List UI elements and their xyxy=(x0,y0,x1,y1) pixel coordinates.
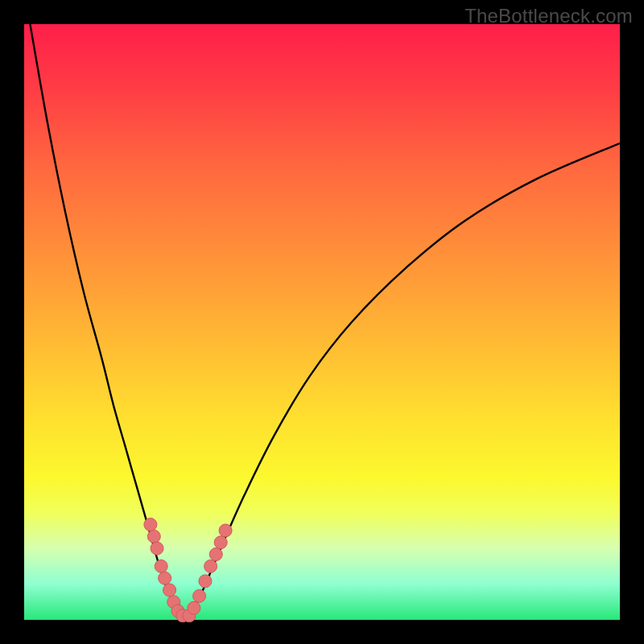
curve-right-branch xyxy=(185,143,620,620)
curve-marker xyxy=(188,601,200,614)
curve-marker xyxy=(209,548,222,561)
curve-marker xyxy=(144,518,157,531)
curve-marker xyxy=(204,559,217,572)
plot-area xyxy=(24,24,620,620)
curve-marker xyxy=(193,589,206,602)
curve-marker xyxy=(159,572,171,584)
curve-marker xyxy=(219,524,232,537)
curve-left-branch xyxy=(30,24,184,620)
curve-markers xyxy=(144,518,232,622)
curve-marker xyxy=(163,584,176,597)
curve-marker xyxy=(151,542,163,555)
watermark-text: TheBottleneck.com xyxy=(464,5,633,27)
curve-marker xyxy=(147,530,160,543)
chart-frame: TheBottleneck.com xyxy=(0,0,644,644)
curve-marker xyxy=(214,536,227,549)
curve-marker xyxy=(155,559,167,572)
curve-marker xyxy=(199,575,212,588)
curve-layer xyxy=(24,24,620,620)
